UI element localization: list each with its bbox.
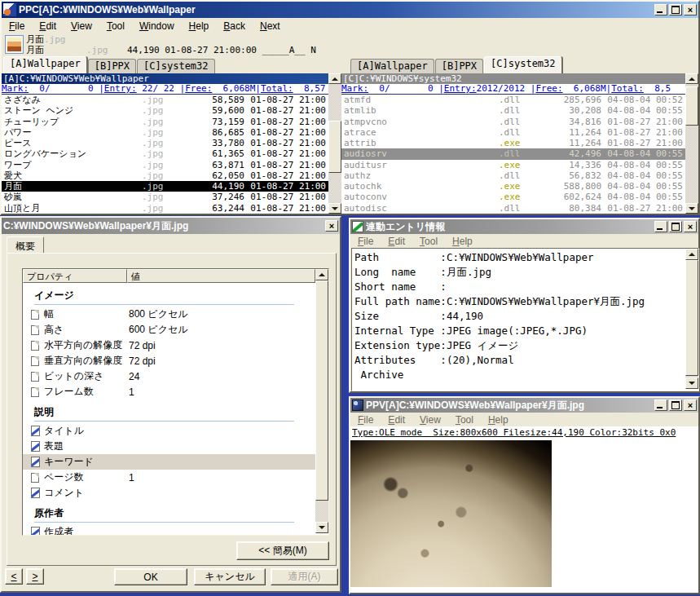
- close-button[interactable]: ×: [684, 400, 697, 411]
- file-row[interactable]: authz.dll56,83204-08-04 00:55: [341, 170, 685, 181]
- close-button[interactable]: ×: [684, 4, 697, 15]
- property-row[interactable]: コメント: [23, 485, 315, 501]
- tab-b-ppx-right[interactable]: [B]PPX: [435, 59, 483, 73]
- menu-file[interactable]: File: [350, 413, 381, 427]
- property-row-highlighted[interactable]: キーワード: [23, 454, 315, 470]
- file-row[interactable]: ピース.jpg33,78001-08-27 21:00: [2, 138, 328, 148]
- menu-next[interactable]: Next: [253, 19, 288, 33]
- maximize-button[interactable]: [669, 4, 682, 15]
- maximize-button[interactable]: [669, 400, 682, 411]
- file-row[interactable]: autoconv.exe602,62404-08-04 00:55: [341, 192, 685, 202]
- file-row[interactable]: 山頂と月.jpg63,24401-08-27 21:00: [2, 203, 328, 214]
- property-row[interactable]: フレーム数1: [23, 384, 315, 400]
- file-row[interactable]: autochk.exe588,80004-08-04 00:55: [341, 181, 685, 192]
- file-row[interactable]: atrace.dll11,26401-08-27 21:00: [341, 127, 685, 138]
- file-row[interactable]: 砂嵐.jpg37,24601-08-27 21:00: [2, 192, 328, 202]
- tab-c-system32-right[interactable]: [C]system32: [484, 56, 561, 73]
- menu-window[interactable]: Window: [132, 19, 182, 33]
- property-row[interactable]: タイトル: [23, 423, 315, 439]
- menu-edit[interactable]: Edit: [32, 19, 64, 33]
- file-row[interactable]: ストーン ヘンジ.jpg59,60001-08-27 21:00: [2, 105, 328, 116]
- file-row-cursor[interactable]: audiosrv.dll42,49604-08-04 00:55: [341, 148, 685, 159]
- menu-help[interactable]: Help: [445, 234, 480, 249]
- next-entry-button[interactable]: >: [26, 568, 44, 585]
- menu-edit[interactable]: Edit: [381, 234, 412, 249]
- minimize-button[interactable]: [654, 221, 667, 232]
- scroll-up-button[interactable]: [685, 73, 698, 84]
- file-row-selected[interactable]: 月面.jpg44,19001-08-27 21:00: [2, 181, 328, 192]
- scroll-down-button[interactable]: [328, 203, 341, 214]
- dialog-titlebar[interactable]: C:¥WINDOWS¥Web¥Wallpaper¥月面.jpg ×: [2, 218, 340, 234]
- maximize-button[interactable]: [669, 221, 682, 232]
- tab-c-system32-left[interactable]: [C]system32: [137, 59, 214, 73]
- info-scrollbar[interactable]: [685, 249, 698, 389]
- minimize-button[interactable]: [654, 4, 667, 15]
- menu-tool[interactable]: Tool: [448, 413, 481, 427]
- file-row[interactable]: atmpvcno.dll34,81601-08-27 21:00: [341, 117, 685, 127]
- menu-tool[interactable]: Tool: [99, 19, 132, 33]
- file-row[interactable]: ロングバケーション.jpg61,36501-08-27 21:00: [2, 148, 328, 159]
- ppv-titlebar[interactable]: PPV[A]C:¥WINDOWS¥Web¥Wallpaper¥月面.jpg ×: [350, 398, 698, 413]
- properties-scrollbar[interactable]: [315, 269, 328, 533]
- property-row[interactable]: 水平方向の解像度72 dpi: [23, 338, 315, 353]
- property-row[interactable]: 垂直方向の解像度72 dpi: [23, 353, 315, 369]
- tab-a-wallpaper-left[interactable]: [A]Wallpaper: [3, 56, 87, 73]
- ppx-app-icon[interactable]: [3, 3, 16, 16]
- scroll-up-button[interactable]: [328, 73, 341, 84]
- notepad-pencil-icon[interactable]: [352, 221, 363, 232]
- menu-back[interactable]: Back: [216, 19, 253, 33]
- menu-help[interactable]: Help: [182, 19, 217, 33]
- scrollbar-thumb[interactable]: [315, 280, 328, 501]
- right-pane-scrollbar[interactable]: [685, 73, 698, 214]
- info-titlebar[interactable]: 連動エントリ情報 ×: [350, 219, 698, 234]
- property-row[interactable]: ページ数1: [23, 470, 315, 485]
- file-row[interactable]: パワー.jpg86,68501-08-27 21:00: [2, 127, 328, 138]
- close-button[interactable]: ×: [325, 220, 338, 232]
- menu-file[interactable]: File: [2, 19, 32, 33]
- file-row[interactable]: 愛犬.jpg62,05001-08-27 21:00: [2, 170, 328, 181]
- tab-a-wallpaper-right[interactable]: [A]Wallpaper: [350, 59, 434, 73]
- property-row[interactable]: 幅800 ピクセル: [23, 307, 315, 322]
- scroll-up-button[interactable]: [685, 249, 698, 260]
- minimize-button[interactable]: [654, 400, 667, 411]
- file-row[interactable]: autodisc.dll80,38401-08-27 21:00: [341, 203, 685, 214]
- property-row[interactable]: 作成者: [23, 524, 315, 536]
- scrollbar-thumb[interactable]: [328, 121, 341, 173]
- menu-edit[interactable]: Edit: [381, 413, 412, 427]
- file-row[interactable]: atmlib.dll30,20804-08-04 00:55: [341, 105, 685, 116]
- file-row[interactable]: さざなみ.jpg58,58901-08-27 21:00: [2, 95, 328, 105]
- cancel-button[interactable]: キャンセル: [194, 568, 266, 585]
- scroll-up-button[interactable]: [315, 269, 328, 280]
- property-row[interactable]: 表題: [23, 439, 315, 454]
- file-row[interactable]: ワープ.jpg63,87101-08-27 21:00: [2, 160, 328, 170]
- simple-view-button[interactable]: << 簡易(M): [236, 541, 329, 560]
- ppc-titlebar[interactable]: PPC[A]C:¥WINDOWS¥Web¥Wallpaper ×: [2, 2, 698, 18]
- file-row[interactable]: atmfd.dll285,69604-08-04 00:52: [341, 95, 685, 105]
- scroll-down-button[interactable]: [315, 522, 328, 533]
- menu-tool[interactable]: Tool: [412, 234, 445, 249]
- apply-button[interactable]: 適用(A): [271, 568, 338, 585]
- scroll-down-button[interactable]: [685, 377, 698, 389]
- ok-button[interactable]: OK: [114, 568, 187, 585]
- scrollbar-thumb[interactable]: [685, 86, 698, 126]
- column-header-property[interactable]: プロパティ: [23, 269, 127, 283]
- file-row[interactable]: auditusr.exe14,33604-08-04 00:55: [341, 160, 685, 170]
- file-row[interactable]: チューリップ.jpg73,15901-08-27 21:00: [2, 117, 328, 127]
- scroll-down-button[interactable]: [685, 203, 698, 214]
- previous-entry-button[interactable]: <: [5, 568, 23, 585]
- tab-b-ppx-left[interactable]: [B]PPX: [88, 59, 136, 73]
- file-row[interactable]: attrib.exe11,26401-08-27 21:00: [341, 138, 685, 148]
- column-header-value[interactable]: 値: [127, 269, 315, 283]
- scrollbar-thumb[interactable]: [685, 260, 698, 376]
- menu-view[interactable]: View: [64, 19, 99, 33]
- entry-name: 月面: [26, 34, 44, 45]
- menu-view[interactable]: View: [412, 413, 448, 427]
- monitor-icon[interactable]: [352, 400, 363, 411]
- menu-help[interactable]: Help: [481, 413, 516, 427]
- menu-file[interactable]: File: [350, 234, 381, 249]
- moon-image[interactable]: [350, 440, 552, 587]
- left-pane-scrollbar[interactable]: [328, 73, 341, 214]
- close-button[interactable]: ×: [684, 221, 697, 232]
- property-row[interactable]: ビットの深さ24: [23, 369, 315, 384]
- property-row[interactable]: 高さ600 ピクセル: [23, 322, 315, 338]
